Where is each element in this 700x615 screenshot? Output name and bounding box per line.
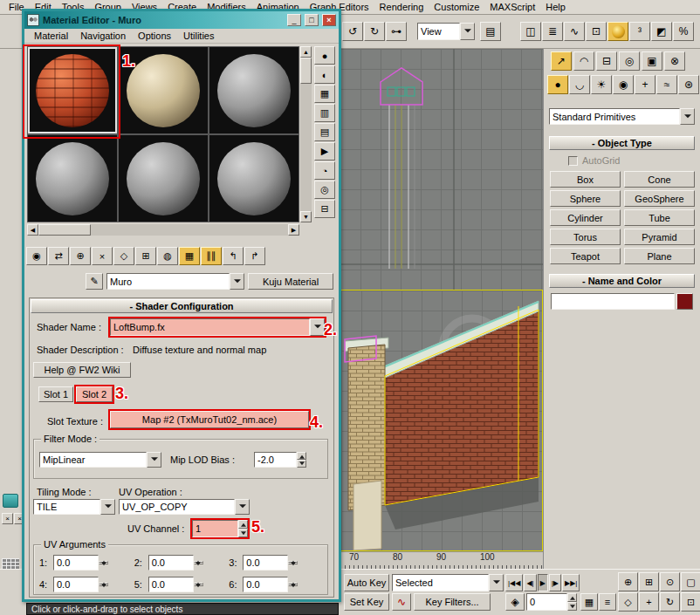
video-color-check-icon[interactable]: ▤ bbox=[314, 123, 335, 141]
cameras-category-icon[interactable]: ◉ bbox=[613, 75, 634, 94]
sample-type-icon[interactable]: ● bbox=[314, 46, 335, 65]
material-name-dropdown[interactable]: Muro bbox=[106, 273, 244, 290]
shapes-category-icon[interactable]: ◡ bbox=[569, 75, 590, 94]
undo-icon[interactable]: ↺ bbox=[342, 22, 363, 41]
sample-slot-5[interactable] bbox=[118, 134, 209, 222]
scroll-down-icon[interactable]: ▼ bbox=[300, 211, 312, 222]
zoom-extents-icon[interactable]: ⊙ bbox=[660, 572, 680, 591]
sample-slot-4[interactable] bbox=[27, 134, 118, 222]
chevron-down-icon[interactable] bbox=[310, 318, 325, 336]
put-to-library-icon[interactable]: ⊞ bbox=[135, 247, 156, 265]
show-map-in-viewport-icon[interactable]: ▦ bbox=[179, 247, 200, 265]
spinner-up-icon[interactable] bbox=[238, 520, 248, 529]
me-menu-item[interactable]: Material bbox=[28, 31, 74, 41]
arc-rotate-icon[interactable]: ↻ bbox=[660, 592, 680, 612]
primitive-button[interactable]: GeoSphere bbox=[624, 190, 695, 207]
menu-item[interactable]: MAXScript bbox=[484, 2, 540, 12]
go-to-start-button[interactable]: |◀◀ bbox=[505, 574, 523, 591]
view-dropdown[interactable]: View bbox=[417, 23, 475, 40]
autogrid-checkbox[interactable] bbox=[568, 156, 578, 166]
systems-category-icon[interactable]: ⊛ bbox=[678, 75, 699, 94]
material-id-channel-icon[interactable]: ◍ bbox=[157, 247, 178, 265]
chevron-down-icon[interactable] bbox=[489, 574, 504, 591]
uv-operation-dropdown[interactable]: UV_OP_COPY bbox=[119, 499, 250, 515]
geometry-category-icon[interactable]: ● bbox=[547, 75, 568, 94]
hierarchy-tab-icon[interactable]: ⊟ bbox=[596, 51, 617, 71]
go-to-sibling-icon[interactable]: ↱ bbox=[244, 247, 265, 265]
scroll-up-icon[interactable]: ▲ bbox=[300, 46, 312, 58]
spinner-down-icon[interactable] bbox=[194, 563, 203, 564]
viewport-top[interactable] bbox=[340, 49, 543, 290]
mini-listener-icon[interactable] bbox=[3, 494, 18, 508]
me-menu-item[interactable]: Options bbox=[132, 31, 177, 41]
time-configuration-icon[interactable]: ▦ bbox=[580, 593, 598, 611]
align-icon[interactable]: ≣ bbox=[542, 22, 563, 41]
helpers-category-icon[interactable]: + bbox=[635, 75, 655, 94]
previous-frame-button[interactable]: ◀| bbox=[524, 574, 536, 591]
close-button[interactable]: × bbox=[322, 14, 336, 26]
minimize-button[interactable]: _ bbox=[287, 14, 301, 26]
chevron-down-icon[interactable] bbox=[147, 452, 161, 468]
mirror-icon[interactable]: ◫ bbox=[520, 22, 541, 41]
space-warps-category-icon[interactable]: ≈ bbox=[656, 75, 677, 94]
maximize-button[interactable]: □ bbox=[305, 14, 319, 26]
viewport-perspective[interactable] bbox=[340, 290, 543, 551]
uv-arg-field[interactable]: 0.0 bbox=[148, 555, 194, 571]
slots-horizontal-scrollbar[interactable]: ◀ ▶ bbox=[27, 224, 299, 236]
spinner-down-icon[interactable] bbox=[99, 584, 108, 586]
tab-slot-1[interactable]: Slot 1 bbox=[38, 386, 73, 402]
maximize-viewport-icon[interactable]: ⊡ bbox=[681, 592, 700, 612]
field-of-view-icon[interactable]: ◇ bbox=[618, 592, 638, 612]
spinner-down-icon[interactable] bbox=[238, 529, 248, 537]
primitive-button[interactable]: Pyramid bbox=[624, 229, 695, 245]
zoom-icon[interactable]: ⊕ bbox=[618, 572, 638, 591]
primitive-button[interactable]: Torus bbox=[550, 229, 621, 245]
spinner-down-icon[interactable] bbox=[288, 584, 298, 586]
layer-manager-icon[interactable]: ▤ bbox=[480, 22, 501, 41]
uv-arg-field[interactable]: 0.0 bbox=[243, 577, 288, 592]
me-menu-item[interactable]: Navigation bbox=[74, 31, 132, 41]
make-preview-icon[interactable]: ▶ bbox=[314, 142, 335, 161]
name-color-rollout-header[interactable]: - Name and Color bbox=[549, 274, 695, 288]
quick-render-icon[interactable]: % bbox=[673, 22, 694, 41]
me-menu-item[interactable]: Utilities bbox=[177, 31, 220, 41]
material-editor-titlebar[interactable]: Material Editor - Muro _ □ × bbox=[24, 11, 339, 29]
primitives-dropdown[interactable]: Standard Primitives bbox=[549, 108, 695, 125]
scrollbar-thumb[interactable] bbox=[300, 58, 312, 84]
assign-to-selection-icon[interactable]: ⊕ bbox=[70, 247, 91, 265]
pan-icon[interactable]: + bbox=[639, 592, 659, 612]
chevron-down-icon[interactable] bbox=[460, 23, 475, 40]
go-to-parent-icon[interactable]: ↰ bbox=[223, 247, 244, 265]
next-frame-button[interactable]: |▶ bbox=[549, 574, 561, 591]
spinner-up-icon[interactable] bbox=[567, 593, 577, 602]
zoom-extents-all-icon[interactable]: ▢ bbox=[681, 572, 700, 591]
material-map-navigator-icon[interactable]: ⊟ bbox=[314, 200, 335, 218]
uv-channel-spinner[interactable]: 1 bbox=[192, 520, 248, 537]
render-setup-icon[interactable]: ³ bbox=[629, 22, 650, 41]
object-name-input[interactable] bbox=[551, 293, 675, 310]
select-and-link-icon[interactable]: ⊶ bbox=[386, 22, 407, 41]
render-type-icon[interactable]: ◩ bbox=[651, 22, 672, 41]
spinner-down-icon[interactable] bbox=[99, 563, 108, 564]
make-unique-icon[interactable]: ◇ bbox=[113, 247, 134, 265]
primitive-button[interactable]: Box bbox=[550, 171, 621, 188]
chevron-down-icon[interactable] bbox=[230, 273, 244, 290]
spinner-down-icon[interactable] bbox=[567, 602, 577, 611]
select-by-material-icon[interactable]: ◎ bbox=[314, 181, 335, 199]
slot-texture-button[interactable]: Map #2 (TxMuroTut02_nm.ace) bbox=[110, 411, 309, 428]
redo-icon[interactable]: ↻ bbox=[364, 22, 385, 41]
key-filters-button[interactable]: Key Filters... bbox=[414, 593, 491, 611]
sample-slot-6[interactable] bbox=[209, 134, 299, 222]
uv-arg-field[interactable]: 0.0 bbox=[243, 555, 288, 571]
curve-editor-icon[interactable]: ∿ bbox=[564, 22, 585, 41]
create-tab-icon[interactable]: ↗ bbox=[551, 51, 572, 71]
scrollbar-thumb[interactable] bbox=[38, 224, 91, 236]
motion-tab-icon[interactable]: ◎ bbox=[619, 51, 640, 71]
object-color-swatch[interactable] bbox=[676, 293, 693, 310]
key-filter-dropdown[interactable]: Selected bbox=[392, 574, 504, 591]
go-to-end-button[interactable]: ▶▶| bbox=[562, 574, 580, 591]
mip-lod-spinner[interactable]: -2.0 bbox=[254, 452, 306, 468]
utilities-tab-icon[interactable]: ⊗ bbox=[664, 51, 685, 71]
spinner-down-icon[interactable] bbox=[297, 460, 306, 468]
primitive-button[interactable]: Tube bbox=[624, 209, 695, 226]
